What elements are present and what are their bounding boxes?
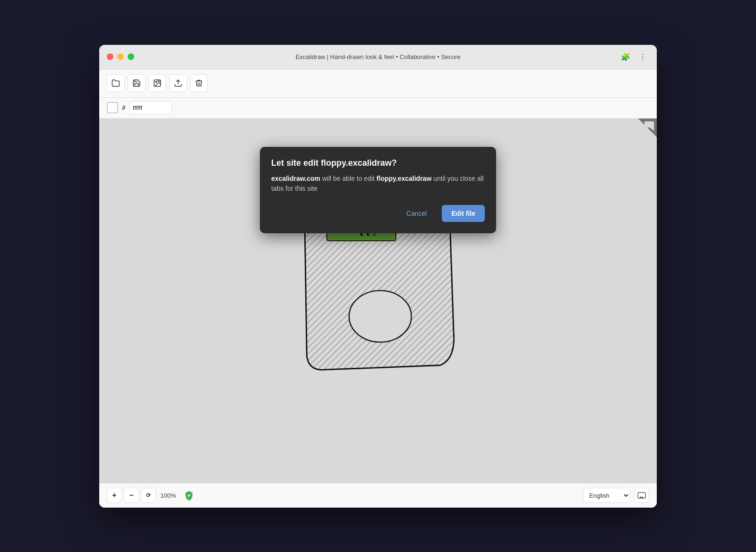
open-button[interactable] [107,74,125,92]
title-bar: Excalidraw | Hand-drawn look & feel • Co… [99,45,657,69]
canvas-area[interactable]: Floppy Let site edit floppy.excalidraw? … [99,119,657,483]
cancel-button[interactable]: Cancel [397,205,437,222]
bottom-bar: + − ⟳ 100% English French Spanish German [99,483,657,508]
dialog-overlay: Let site edit floppy.excalidraw? excalid… [99,119,657,483]
zoom-in-button[interactable]: + [107,488,122,503]
keyboard-button[interactable] [634,488,649,503]
close-button[interactable] [107,53,113,60]
edit-file-button[interactable]: Edit file [442,205,485,222]
dialog-title: Let site edit floppy.excalidraw? [271,158,485,168]
color-input[interactable] [129,101,172,114]
dialog-filename: floppy.excalidraw [377,175,431,182]
app-content: # [99,69,657,508]
zoom-out-button[interactable]: − [124,488,139,503]
toolbar [99,69,657,98]
fullscreen-button[interactable] [128,53,134,60]
save-button[interactable] [128,74,146,92]
bottom-right: English French Spanish German [583,488,649,503]
dialog-actions: Cancel Edit file [271,205,485,222]
zoom-level[interactable]: 100% [158,492,179,499]
dialog-body-middle: will be able to edit [320,175,377,182]
dialog-site: excalidraw.com [271,175,320,182]
window-title: Excalidraw | Hand-drawn look & feel • Co… [295,53,460,60]
color-swatch[interactable] [107,102,118,113]
export-image-button[interactable] [148,74,166,92]
traffic-lights [107,53,134,60]
title-bar-actions: 🧩 ⋮ [619,50,649,63]
svg-point-1 [155,81,156,82]
shield-icon [182,489,196,502]
extensions-icon[interactable]: 🧩 [619,50,632,63]
export-button[interactable] [169,74,187,92]
language-selector[interactable]: English French Spanish German [583,488,630,503]
menu-icon[interactable]: ⋮ [636,50,649,63]
minimize-button[interactable] [117,53,124,60]
mac-window: Excalidraw | Hand-drawn look & feel • Co… [99,45,657,508]
permission-dialog: Let site edit floppy.excalidraw? excalid… [260,147,496,233]
zoom-reset-button[interactable]: ⟳ [141,488,156,503]
delete-button[interactable] [190,74,208,92]
hash-symbol: # [122,104,126,111]
dialog-body: excalidraw.com will be able to edit flop… [271,174,485,194]
color-row: # [99,98,657,119]
